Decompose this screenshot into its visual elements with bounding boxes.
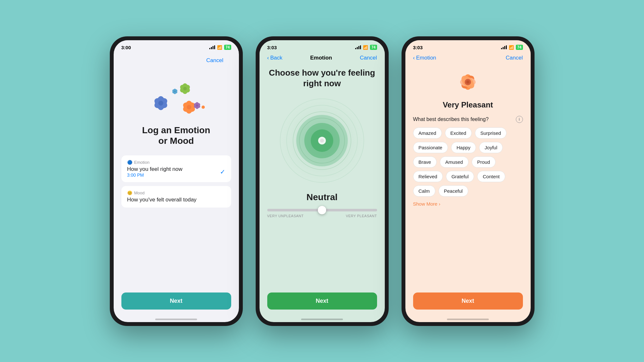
- tag-proud[interactable]: Proud: [472, 156, 496, 168]
- svg-point-7: [183, 87, 187, 90]
- svg-point-40: [466, 80, 469, 84]
- screen-3: 3:03 📶 74 ‹ Emotion Cancel: [405, 40, 531, 322]
- screen2-title: Choose how you're feeling right now: [267, 68, 377, 89]
- tag-surprised[interactable]: Surprised: [475, 127, 507, 139]
- slider-left-label: VERY UNPLEASANT: [267, 214, 304, 218]
- tag-brave[interactable]: Brave: [413, 156, 437, 168]
- cancel-btn-1[interactable]: Cancel: [199, 55, 231, 67]
- screen-2: 3:03 📶 74 ‹ Back Emotion Cancel: [260, 40, 385, 322]
- signal-1: [209, 45, 215, 49]
- back-btn-2[interactable]: ‹ Back: [267, 55, 282, 61]
- screen3-content: Very Pleasant What best describes this f…: [405, 64, 531, 316]
- flower-blue-small: [170, 86, 180, 97]
- phone-3: 3:03 📶 74 ‹ Emotion Cancel: [402, 36, 535, 326]
- svg-point-30: [320, 139, 324, 143]
- svg-point-19: [174, 90, 175, 92]
- nav-bar-1: Cancel: [114, 52, 239, 70]
- tag-amused[interactable]: Amused: [440, 156, 469, 168]
- flower-blue-large: [150, 93, 171, 114]
- signal-3: [501, 45, 507, 49]
- info-icon[interactable]: i: [516, 116, 523, 123]
- emotion-wheel-container[interactable]: [277, 96, 367, 186]
- nav-bar-2: ‹ Back Emotion Cancel: [260, 52, 385, 64]
- screen2-content: Choose how you're feeling right now: [260, 64, 385, 316]
- svg-point-15: [196, 104, 198, 107]
- emotion-icon: 🔵: [127, 160, 132, 165]
- back-label-2: Back: [270, 55, 282, 61]
- next-button-2[interactable]: Next: [267, 292, 377, 310]
- status-right-2: 📶 74: [355, 45, 377, 50]
- next-button-1[interactable]: Next: [121, 292, 231, 310]
- slider-container[interactable]: VERY UNPLEASANT VERY PLEASANT: [267, 209, 377, 218]
- status-bar-3: 3:03 📶 74: [405, 40, 531, 52]
- home-indicator-1: [155, 319, 197, 320]
- tag-peaceful[interactable]: Peaceful: [439, 185, 468, 197]
- nav-bar-3: ‹ Emotion Cancel: [405, 52, 531, 64]
- emotion-wheel-svg: [277, 96, 367, 186]
- tag-happy[interactable]: Happy: [451, 142, 476, 153]
- cancel-btn-3[interactable]: Cancel: [506, 55, 523, 61]
- home-indicator-3: [447, 319, 489, 320]
- slider-track[interactable]: [267, 209, 377, 211]
- mood-option-row: How you've felt overall today: [127, 197, 225, 203]
- phone-1: 3:00 📶 74 Cancel: [110, 36, 243, 326]
- tag-passionate[interactable]: Passionate: [413, 142, 448, 153]
- time-3: 3:03: [413, 45, 423, 50]
- signal-2: [355, 45, 361, 49]
- chevron-left-icon-2: ‹: [267, 55, 269, 61]
- svg-point-3: [158, 100, 163, 105]
- flower-large: [453, 68, 482, 97]
- tag-calm[interactable]: Calm: [413, 185, 435, 197]
- flowers-cluster: [147, 77, 205, 118]
- wifi-icon-3: 📶: [509, 45, 514, 50]
- wifi-icon-2: 📶: [363, 45, 368, 50]
- tag-relieved[interactable]: Relieved: [413, 171, 443, 182]
- emotion-label: Emotion: [134, 160, 150, 165]
- tags-grid: Amazed Excited Surprised Passionate Happ…: [413, 127, 523, 197]
- screen1-content: Log an Emotionor Mood 🔵 Emotion How you …: [114, 70, 239, 316]
- emotion-option-card[interactable]: 🔵 Emotion How you feel right now 3:00 PM…: [121, 155, 231, 182]
- describes-header: What best describes this feeling? i: [413, 116, 523, 123]
- tag-excited[interactable]: Excited: [445, 127, 472, 139]
- tag-amazed[interactable]: Amazed: [413, 127, 442, 139]
- emotion-option-text: How you feel right now 3:00 PM: [127, 166, 183, 178]
- mood-label: Mood: [134, 190, 145, 195]
- tag-grateful[interactable]: Grateful: [446, 171, 474, 182]
- mood-option-header: 😊 Mood: [127, 190, 225, 195]
- mood-icon: 😊: [127, 190, 132, 195]
- svg-point-20: [202, 106, 205, 109]
- time-2: 3:03: [267, 45, 277, 50]
- battery-1: 74: [224, 45, 231, 50]
- very-pleasant-title: Very Pleasant: [413, 100, 523, 109]
- emotion-time: 3:00 PM: [127, 172, 183, 178]
- cancel-btn-2[interactable]: Cancel: [360, 55, 377, 61]
- tag-content[interactable]: Content: [477, 171, 505, 182]
- back-btn-3[interactable]: ‹ Emotion: [413, 55, 436, 61]
- back-label-3: Emotion: [416, 55, 436, 61]
- emotion-option-row: How you feel right now 3:00 PM ✓: [127, 166, 225, 178]
- battery-3: 74: [516, 45, 523, 50]
- slider-labels: VERY UNPLEASANT VERY PLEASANT: [267, 214, 377, 218]
- next-button-3[interactable]: Next: [413, 292, 523, 310]
- emotion-description: How you feel right now: [127, 166, 183, 172]
- emotion-checkmark: ✓: [220, 168, 225, 176]
- status-right-1: 📶 74: [209, 45, 231, 50]
- chevron-right-icon: ›: [439, 201, 440, 207]
- phone-2: 3:03 📶 74 ‹ Back Emotion Cancel: [256, 36, 389, 326]
- mood-option-card[interactable]: 😊 Mood How you've felt overall today: [121, 186, 231, 208]
- show-more-btn[interactable]: Show More ›: [413, 201, 523, 207]
- show-more-label: Show More: [413, 201, 438, 207]
- screen-1: 3:00 📶 74 Cancel: [114, 40, 239, 322]
- battery-2: 74: [370, 45, 377, 50]
- wifi-icon-1: 📶: [217, 45, 222, 50]
- slider-thumb[interactable]: [318, 206, 326, 214]
- time-1: 3:00: [121, 45, 131, 50]
- status-bar-2: 3:03 📶 74: [260, 40, 385, 52]
- screen1-title: Log an Emotionor Mood: [142, 125, 210, 146]
- home-indicator-2: [301, 319, 343, 320]
- chevron-left-icon-3: ‹: [413, 55, 415, 61]
- describes-label: What best describes this feeling?: [413, 116, 489, 122]
- status-bar-1: 3:00 📶 74: [114, 40, 239, 52]
- mood-description: How you've felt overall today: [127, 197, 197, 203]
- tag-joyful[interactable]: Joyful: [479, 142, 503, 153]
